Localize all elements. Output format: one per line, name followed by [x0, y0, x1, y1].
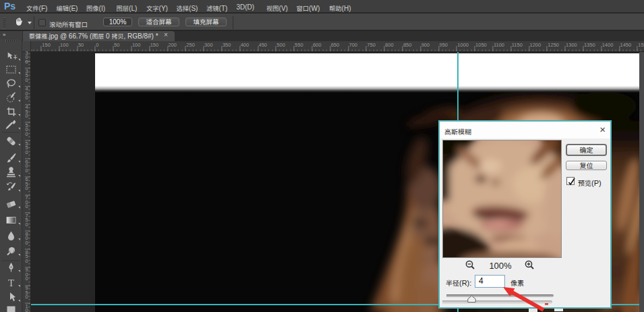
- svg-text:T: T: [8, 278, 14, 288]
